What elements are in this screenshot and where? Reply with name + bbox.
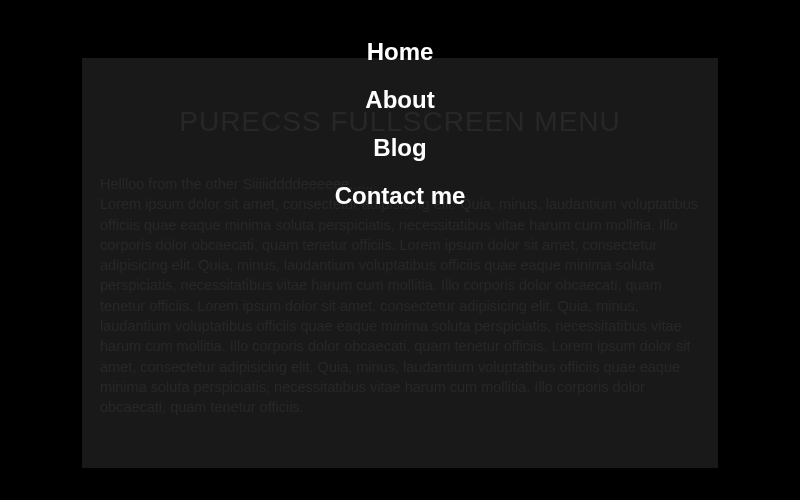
menu-item-about[interactable]: About (365, 76, 434, 124)
menu-item-contact[interactable]: Contact me (335, 172, 466, 220)
menu-item-blog[interactable]: Blog (373, 124, 426, 172)
menu-item-home[interactable]: Home (367, 28, 434, 76)
fullscreen-menu-overlay: Home About Blog Contact me (0, 0, 800, 500)
